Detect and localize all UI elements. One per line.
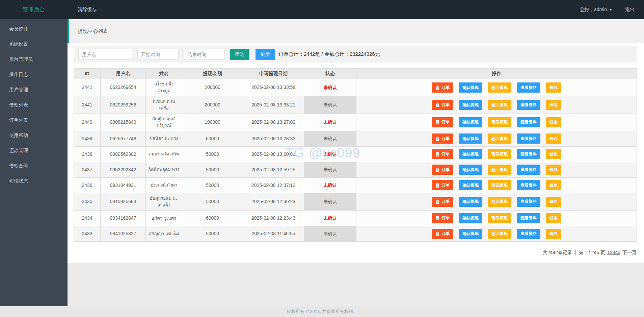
user-dropdown[interactable]: 您好，admin ▼ bbox=[580, 7, 612, 13]
order-button-label: 订单 bbox=[441, 151, 450, 157]
header-status: 状态 bbox=[304, 69, 356, 79]
order-button[interactable]: 订单 bbox=[432, 117, 453, 127]
header-id: ID bbox=[74, 69, 101, 79]
order-button[interactable]: 订单 bbox=[432, 213, 453, 223]
next-page-link[interactable]: 下一页 bbox=[622, 250, 637, 255]
order-button[interactable]: 订单 bbox=[432, 133, 453, 144]
order-button[interactable]: 订单 bbox=[432, 229, 453, 239]
confirm-withdraw-button[interactable]: 确认提现 bbox=[459, 165, 482, 175]
wallet-button[interactable]: 钱包 bbox=[546, 180, 561, 190]
confirm-withdraw-button[interactable]: 确认提现 bbox=[459, 213, 482, 223]
confirm-withdraw-button[interactable]: 确认提现 bbox=[459, 117, 482, 127]
start-time-input[interactable] bbox=[137, 49, 179, 60]
cell-id: 2436 bbox=[74, 177, 101, 193]
table-row: 2435 0810825683 อับดุลรอแม มะสาแม็ง 5000… bbox=[74, 193, 637, 210]
view-profile-button[interactable]: 查看资料 bbox=[517, 165, 540, 175]
reject-withdraw-button[interactable]: 驳回提现 bbox=[488, 229, 511, 239]
sidebar-item-2[interactable]: 后台管理员 bbox=[0, 52, 68, 67]
reject-withdraw-button[interactable]: 驳回提现 bbox=[488, 117, 511, 127]
wallet-button[interactable]: 钱包 bbox=[546, 117, 561, 127]
sidebar-item-1[interactable]: 系统设置 bbox=[0, 36, 68, 52]
wallet-button[interactable]: 钱包 bbox=[546, 213, 561, 223]
trash-icon bbox=[435, 183, 439, 188]
reject-withdraw-button[interactable]: 驳回提现 bbox=[488, 82, 511, 93]
view-profile-button[interactable]: 查看资料 bbox=[517, 213, 540, 223]
username-filter-input[interactable] bbox=[78, 49, 132, 60]
trash-icon bbox=[435, 86, 439, 90]
confirm-withdraw-button[interactable]: 确认提现 bbox=[459, 197, 482, 207]
view-profile-button[interactable]: 查看资料 bbox=[517, 197, 540, 207]
sidebar-item-3[interactable]: 操作日志 bbox=[0, 67, 68, 82]
cell-amount: 50000 bbox=[182, 226, 243, 242]
sidebar-item-10[interactable]: 短信状态 bbox=[0, 173, 68, 189]
cell-name: อภิตา ชูเนตร bbox=[146, 211, 182, 226]
end-time-input[interactable] bbox=[184, 49, 225, 60]
cell-date: 2025-02-08 13:27:02 bbox=[243, 114, 304, 131]
page-number-links[interactable]: 12345 bbox=[607, 250, 620, 255]
cell-amount: 50000 bbox=[182, 162, 243, 177]
cell-name: สโรชา มิ่ง ตระกูล bbox=[146, 79, 182, 96]
order-button[interactable]: 订单 bbox=[432, 180, 453, 190]
sidebar-item-7[interactable]: 使用帮助 bbox=[0, 128, 68, 143]
order-button[interactable]: 订单 bbox=[432, 100, 453, 110]
order-button-label: 订单 bbox=[441, 119, 450, 125]
sidebar-item-6[interactable]: 订单列表 bbox=[0, 113, 68, 128]
cell-actions: 订单 确认提现 驳回提现 查看资料 钱包 bbox=[356, 177, 637, 193]
view-profile-button[interactable]: 查看资料 bbox=[517, 133, 540, 144]
confirm-withdraw-button[interactable]: 确认提现 bbox=[459, 100, 482, 110]
cell-status: 未确认 bbox=[304, 131, 356, 146]
view-profile-button[interactable]: 查看资料 bbox=[517, 117, 540, 127]
reject-withdraw-button[interactable]: 驳回提现 bbox=[488, 100, 511, 110]
wallet-button[interactable]: 钱包 bbox=[546, 149, 561, 159]
wallet-button[interactable]: 钱包 bbox=[546, 229, 561, 239]
cell-actions: 订单 确认提现 驳回提现 查看资料 钱包 bbox=[356, 162, 637, 177]
wallet-button[interactable]: 钱包 bbox=[546, 197, 561, 207]
reject-withdraw-button[interactable]: 驳回提现 bbox=[488, 149, 511, 159]
view-profile-button[interactable]: 查看资料 bbox=[517, 82, 540, 93]
sidebar-item-0[interactable]: 会员统计 bbox=[0, 21, 68, 36]
reject-withdraw-button[interactable]: 驳回提现 bbox=[488, 213, 511, 223]
sidebar-item-8[interactable]: 还款管理 bbox=[0, 143, 68, 158]
sidebar-item-4[interactable]: 用户管理 bbox=[0, 82, 68, 97]
wallet-button[interactable]: 钱包 bbox=[546, 82, 561, 93]
cell-username: 0808215849 bbox=[101, 114, 146, 131]
confirm-withdraw-button[interactable]: 确认提现 bbox=[459, 180, 482, 190]
cell-id: 2434 bbox=[74, 211, 101, 226]
header-actions: 操作 bbox=[356, 69, 637, 79]
wallet-button[interactable]: 钱包 bbox=[546, 165, 561, 175]
content-panel: 筛选 刷新 订单总计：2442笔 / 金额总计：232224326元 ID 用户… bbox=[68, 43, 644, 263]
chevron-down-icon: ▼ bbox=[609, 8, 612, 11]
confirm-withdraw-button[interactable]: 确认提现 bbox=[459, 133, 482, 144]
order-button[interactable]: 订单 bbox=[432, 197, 453, 207]
view-profile-button[interactable]: 查看资料 bbox=[517, 149, 540, 159]
confirm-withdraw-button[interactable]: 确认提现 bbox=[459, 149, 482, 159]
view-profile-button[interactable]: 查看资料 bbox=[517, 180, 540, 190]
order-button[interactable]: 订单 bbox=[432, 149, 453, 159]
order-button[interactable]: 订单 bbox=[432, 165, 453, 175]
brand-logo[interactable]: 管理后台 bbox=[0, 6, 68, 14]
confirm-withdraw-button[interactable]: 确认提现 bbox=[459, 229, 482, 239]
wallet-button[interactable]: 钱包 bbox=[546, 133, 561, 144]
wallet-button[interactable]: 钱包 bbox=[546, 100, 561, 110]
view-profile-button[interactable]: 查看资料 bbox=[517, 100, 540, 110]
order-button-label: 订单 bbox=[441, 215, 450, 221]
status-badge: 未确认 bbox=[324, 182, 337, 188]
reject-withdraw-button[interactable]: 驳回提现 bbox=[488, 180, 511, 190]
reject-withdraw-button[interactable]: 驳回提现 bbox=[488, 165, 511, 175]
user-greeting: 您好，admin bbox=[580, 7, 607, 13]
sidebar-item-9[interactable]: 借款合同 bbox=[0, 158, 68, 173]
reject-withdraw-button[interactable]: 驳回提现 bbox=[488, 133, 511, 144]
order-button[interactable]: 订单 bbox=[432, 82, 453, 93]
refresh-button[interactable]: 刷新 bbox=[256, 49, 275, 60]
clear-cache-button[interactable]: 清除缓存 bbox=[68, 0, 107, 19]
sidebar-item-5[interactable]: 借款列表 bbox=[0, 97, 68, 113]
reject-withdraw-button[interactable]: 驳回提现 bbox=[488, 197, 511, 207]
order-button-label: 订单 bbox=[441, 102, 450, 108]
page-footer: 版权所有 © 2018, 并保留所有权利。 bbox=[0, 306, 644, 317]
confirm-withdraw-button[interactable]: 确认提现 bbox=[459, 82, 482, 93]
cell-status: 未确认 bbox=[304, 177, 356, 193]
filter-button[interactable]: 筛选 bbox=[230, 49, 249, 60]
trash-icon bbox=[435, 103, 439, 107]
logout-button[interactable]: 退出 bbox=[625, 7, 635, 13]
view-profile-button[interactable]: 查看资料 bbox=[517, 229, 540, 239]
